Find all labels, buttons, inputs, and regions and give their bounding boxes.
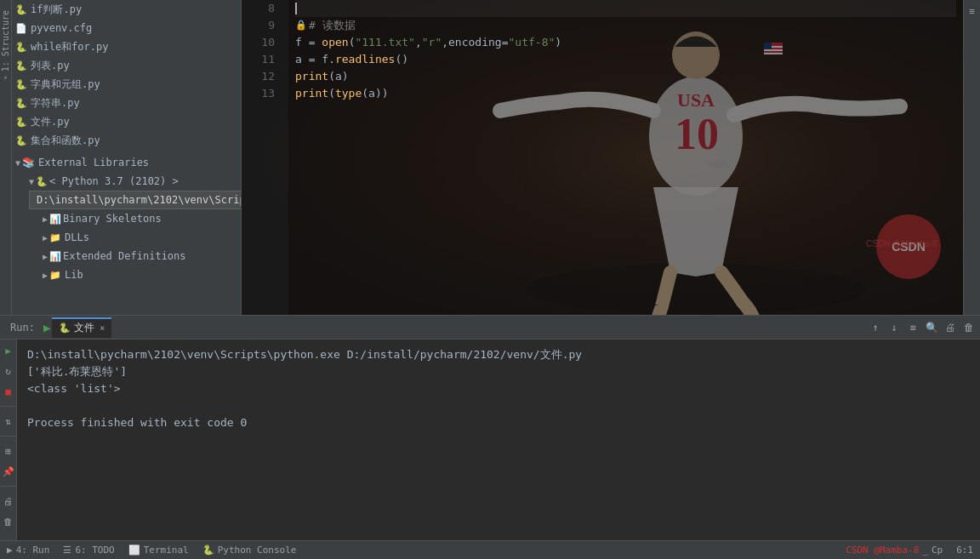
binary-skeletons-label: Binary Skeletons [63,213,162,225]
sort-btn[interactable]: ⇅ [1,414,16,429]
extended-defs-label: Extended Definitions [63,250,186,262]
python-icon: 🐍 [36,176,48,187]
builtin-type: type [335,85,362,102]
op-close-paren: ) [555,34,561,51]
line-col-status[interactable]: 6:1 [956,545,973,556]
scroll-up-btn[interactable]: ↑ [868,320,883,335]
terminal-status-btn[interactable]: ⬜ Terminal [128,545,189,556]
python-console-btn[interactable]: 🐍 Python Console [202,545,297,556]
tree-dlls[interactable]: ▶ 📁 DLLs [12,228,241,247]
arrow-down-icon-2: ▼ [29,177,34,186]
collapse-all-btn[interactable]: ≡ [965,3,980,19]
tree-item-pyvenv[interactable]: 📄 pyvenv.cfg [12,19,241,37]
arrow-right-icon-2: ▶ [43,233,48,242]
trash-btn2[interactable]: 🗑 [1,514,16,529]
folder-icon: 📁 [49,232,61,243]
tree-item-list[interactable]: 🐍 列表.py [12,56,241,75]
tree-item-set[interactable]: 🐍 集合和函数.py [12,131,241,150]
file-label: 字典和元组.py [31,77,100,92]
bottom-panel: Run: ▶ 🐍 文件 × ↑ ↓ ≡ 🔍 🖨 🗑 [0,315,980,540]
var-f2: f [322,51,328,68]
tree-item-while[interactable]: 🐍 while和for.py [12,37,241,56]
builtin-open: open [322,34,348,51]
var-encoding: encoding [448,34,502,51]
tab-bar: Run: ▶ 🐍 文件 × ↑ ↓ ≡ 🔍 🖨 🗑 [0,316,980,339]
file-label: 字符串.py [31,96,80,111]
scroll-down-btn[interactable]: ↓ [886,320,902,335]
str-r: "r" [422,34,442,51]
folder-icon-2: 📁 [49,270,61,281]
op-p5: )) [375,85,389,102]
terminal-output-2: <class 'list'> [27,382,121,395]
arrow-right-icon: ▶ [43,214,48,224]
divider2 [0,436,16,436]
trash-btn[interactable]: 🗑 [961,320,977,335]
print-btn[interactable]: 🖨 [943,320,958,335]
content-area: ⚡ 1: Structure 🐍 if判断.py 📄 pyvenv.cfg 🐍 … [0,0,980,315]
main-container: ⚡ 1: Structure 🐍 if判断.py 📄 pyvenv.cfg 🐍 … [0,0,980,559]
tree-binary-skeletons[interactable]: ▶ 📊 Binary Skeletons [12,209,241,228]
structure-label[interactable]: ⚡ 1: Structure [1,10,10,82]
divider [0,406,16,407]
file-label: while和for.py [31,40,108,54]
stop-btn[interactable]: ■ [1,384,16,399]
py-icon: 🐍 [15,42,27,53]
op-eq2: = [502,34,509,51]
lib-icon-2: 📊 [49,251,61,262]
csdn-text: CSDN @Mamba-8 [846,545,919,556]
tab-close-btn[interactable]: × [100,323,105,333]
fn-readlines: readlines [335,51,395,68]
rerun-btn[interactable]: ↻ [1,363,16,379]
line-num-13: 13 [242,85,282,102]
line-num-12: 12 [242,68,282,85]
tree-python-version[interactable]: ▼ 🐍 < Python 3.7 (2102) > [12,172,241,191]
var-a3: a [368,85,375,102]
terminal-line-1: D:\install\pycharm\2102\venv\Scripts\pyt… [27,346,970,363]
tree-item-str[interactable]: 🐍 字符串.py [12,94,241,112]
op-paren: ( [349,34,356,51]
py-icon: 🐍 [15,60,27,71]
str-utf8: "utf-8" [509,34,556,51]
py-icon: 🐍 [15,79,27,90]
editor-area: 10 USA [242,0,963,315]
tree-item-dict[interactable]: 🐍 字典和元组.py [12,75,241,94]
line-num-11: 11 [242,51,282,68]
todo-status-btn[interactable]: ☰ 6: TODO [63,545,114,556]
py-icon: 🐍 [15,4,27,15]
tab-file[interactable]: 🐍 文件 × [52,317,111,338]
run-status-btn[interactable]: ▶ 4: Run [7,545,49,556]
structure-panel: ⚡ 1: Structure [0,0,12,315]
py-icon: 🐍 [15,98,27,109]
line-num-9: 9 [242,17,282,34]
pin-btn[interactable]: 📌 [1,464,16,479]
code-content[interactable]: 🔒 # 读数据 f = open ( "111.txt" , "r" , enc… [288,0,963,315]
tree-lib[interactable]: ▶ 📁 Lib [12,265,241,284]
tree-item-if[interactable]: 🐍 if判断.py [12,0,241,19]
terminal-output[interactable]: D:\install\pycharm\2102\venv\Scripts\pyt… [17,339,980,540]
tree-extended-defs[interactable]: ▶ 📊 Extended Definitions [12,247,241,265]
terminal-exit: Process finished with exit code 0 [27,416,247,429]
tab-file-label: 文件 [74,321,94,335]
code-comment-9: # 读数据 [309,17,356,34]
file-label: pyvenv.cfg [31,22,92,34]
var-a2: a [335,68,342,85]
line-num-8: 8 [242,0,282,17]
op-parens2: () [395,51,408,68]
bottom-side: ▶ ↻ ■ ⇅ ⊞ 📌 🖨 🗑 D:\install\pycharm\2102\… [0,339,980,540]
var-f: f [295,34,302,51]
todo-btn-label: 6: TODO [75,545,114,556]
op-eq3: = [302,51,322,68]
run-green-btn[interactable]: ▶ [1,343,16,358]
settings-btn[interactable]: ≡ [905,320,920,335]
layout-btn[interactable]: ⊞ [1,443,16,459]
tree-item-file[interactable]: 🐍 文件.py [12,112,241,131]
status-bar: ▶ 4: Run ☰ 6: TODO ⬜ Terminal 🐍 Python C… [0,540,980,559]
file-label: 列表.py [31,59,70,73]
filter-btn[interactable]: 🔍 [924,320,939,335]
terminal-line-5: Process finished with exit code 0 [27,414,970,431]
print-btn2[interactable]: 🖨 [1,493,16,509]
tree-external-libs[interactable]: ▼ 📚 External Libraries [12,153,241,172]
run-play-btn[interactable]: ▶ [43,321,50,334]
code-line-12: print ( a ) [295,68,956,85]
tab-py-icon: 🐍 [59,322,71,334]
